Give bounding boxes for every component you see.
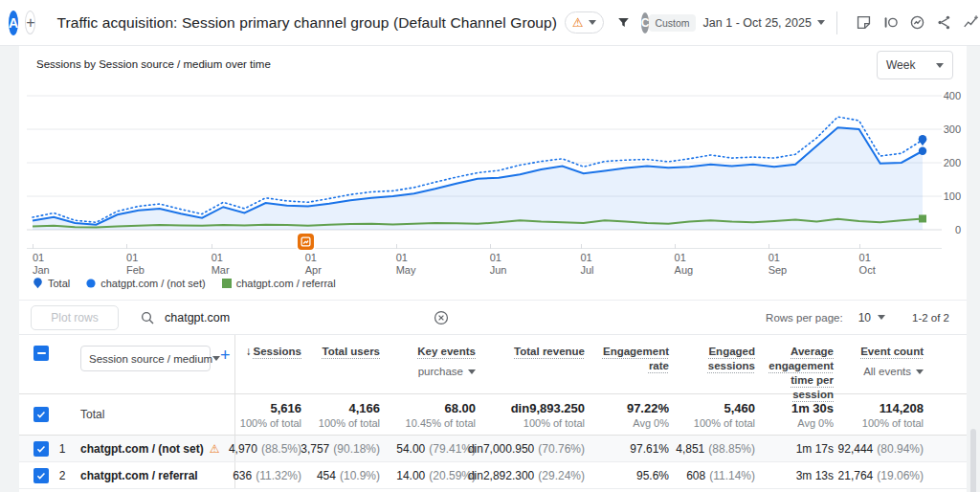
total-pin-icon (33, 278, 43, 289)
x-axis-tick-label: 01Jun (490, 252, 507, 277)
rows-per-page-value[interactable]: 10 (858, 311, 871, 324)
y-axis-tick-label: 300 (932, 123, 961, 135)
analytics-logo[interactable]: A (9, 11, 18, 35)
row-checkbox[interactable] (33, 441, 49, 457)
table-row[interactable]: 2chatgpt.com / referral636(11.32%)454(10… (19, 462, 967, 489)
metric-percent: (11.14%) (709, 469, 755, 482)
total-value: 4,166 (348, 401, 380, 415)
column-header-engaged-sessions[interactable]: Engaged sessions (672, 335, 758, 393)
x-axis-tick-label: 01Jul (581, 252, 594, 277)
total-subtext: Avg 0% (797, 417, 834, 429)
x-axis-tick-label: 01Sep (768, 252, 788, 277)
column-sub-selector[interactable]: purchase (418, 366, 476, 377)
select-all-checkbox[interactable] (33, 346, 49, 361)
column-sub-selector[interactable]: All events (863, 366, 924, 377)
column-header-total-revenue[interactable]: Total revenue (479, 335, 588, 393)
metric-value: 92,444 (838, 442, 874, 456)
series-end-marker (919, 214, 926, 222)
total-select-cell (19, 394, 56, 435)
sessions-line-chart[interactable]: 400300200100001Jan01Feb01Mar01Apr01May01… (19, 81, 967, 300)
column-header-engagement-rate[interactable]: Engagement rate (588, 335, 672, 393)
column-label: Key events (417, 345, 476, 359)
total-value: 5,616 (270, 401, 301, 415)
metric-percent: (29.24%) (538, 469, 585, 482)
add-report-button[interactable]: + (25, 11, 35, 34)
metric-cell: 4,851(88.85%) (672, 436, 758, 461)
x-axis-tick (33, 244, 33, 249)
chart-plot-area[interactable] (27, 84, 942, 249)
chart-title: Sessions by Session source / medium over… (36, 58, 271, 70)
left-gutter (0, 46, 19, 492)
share-icon[interactable] (933, 11, 956, 34)
total-subtext: 100% of total (862, 417, 924, 429)
row-index: 1 (56, 436, 69, 461)
search-input[interactable] (165, 311, 310, 324)
column-header-average-engagement-time-per-session[interactable]: Average engagement time per session (758, 335, 836, 393)
metric-value: din2,892.300 (468, 469, 534, 482)
row-select-cell (19, 462, 56, 488)
metric-percent: (80.94%) (877, 442, 924, 456)
clear-search-icon[interactable] (433, 309, 450, 326)
total-cell: 5,616100% of total (234, 394, 304, 435)
x-axis-tick-label: 01Jan (33, 252, 50, 277)
metric-value: 3m 13s (796, 469, 834, 482)
metric-value: 454 (317, 469, 336, 482)
column-header-key-events[interactable]: Key eventspurchase (383, 335, 479, 393)
column-header-total-users[interactable]: Total users (304, 335, 383, 393)
rows-per-page-label: Rows per page: (766, 312, 843, 324)
chart-legend: Totalchatgpt.com / (not set)chatgpt.com … (33, 278, 336, 289)
metrics-table: Session source / medium + ↓SessionsTotal… (19, 335, 967, 489)
add-dimension-button[interactable]: + (220, 346, 231, 366)
table-search[interactable] (140, 309, 450, 326)
pagination-range: 1-2 of 2 (912, 312, 949, 324)
header-right-cluster: Custom Jan 1 - Oct 25, 2025 (649, 11, 980, 34)
date-range-selector[interactable]: Jan 1 - Oct 25, 2025 (703, 16, 812, 30)
table-row[interactable]: 1chatgpt.com / (not set)⚠4,970(88.5%)3,7… (19, 436, 967, 462)
total-subtext: 100% of total (319, 417, 380, 429)
collaborator-avatar[interactable]: C (641, 12, 650, 34)
note-icon[interactable] (853, 11, 876, 34)
metric-cell: 95.6% (588, 462, 672, 488)
metric-cell: 454(10.9%) (304, 462, 383, 488)
legend-item[interactable]: Total (33, 278, 70, 289)
row-checkbox[interactable] (33, 468, 49, 483)
comparison-icon[interactable] (880, 11, 902, 34)
dimension-selector[interactable]: Session source / medium (80, 346, 211, 371)
metric-cell: 14.00(20.59%) (383, 462, 479, 488)
metric-cell: 54.00(79.41%) (383, 436, 479, 461)
insights-spark-icon[interactable] (960, 11, 980, 34)
legend-label: Total (48, 278, 70, 289)
legend-item[interactable]: chatgpt.com / (not set) (86, 278, 205, 289)
total-checkbox[interactable] (33, 407, 49, 422)
granularity-select[interactable]: Week (877, 51, 953, 79)
metric-value: 97.61% (630, 442, 669, 456)
metric-value: 21,764 (838, 469, 874, 482)
metric-percent: (88.5%) (261, 442, 301, 456)
row-dimension-cell: chatgpt.com / (not set)⚠ (69, 436, 234, 461)
insights-circle-icon[interactable] (906, 11, 929, 34)
granularity-value: Week (886, 58, 915, 72)
vertical-scrollbar[interactable] (970, 429, 976, 492)
plot-rows-button[interactable]: Plot rows (31, 305, 119, 330)
table-controls-row: Plot rows Rows per page: 10 1-2 of 2 (19, 301, 967, 335)
filter-icon[interactable] (615, 14, 632, 31)
page-title: Traffic acquisition: Session primary cha… (56, 14, 557, 32)
dimension-value: chatgpt.com / referral (80, 469, 198, 482)
metric-value: din7,000.950 (468, 442, 534, 456)
date-preset-badge: Custom (649, 14, 695, 32)
pagination-controls: Rows per page: 10 1-2 of 2 (766, 311, 967, 324)
x-axis-tick (212, 244, 212, 249)
row-dimension-cell: chatgpt.com / referral (69, 462, 234, 488)
total-subtext: 100% of total (694, 417, 755, 429)
column-header-event-count[interactable]: Event countAll events (836, 335, 926, 393)
column-label: Total revenue (514, 345, 585, 359)
legend-item[interactable]: chatgpt.com / referral (222, 278, 336, 289)
metric-cell: 636(11.32%) (234, 462, 304, 488)
data-quality-warning-button[interactable]: ⚠ (565, 11, 604, 34)
y-axis-tick-label: 200 (932, 157, 961, 168)
column-label: Engaged sessions (672, 345, 755, 373)
column-header-sessions[interactable]: ↓Sessions (234, 335, 304, 393)
annotation-icon[interactable] (298, 234, 314, 250)
report-card: Sessions by Session source / medium over… (19, 46, 967, 492)
chevron-down-icon[interactable] (878, 315, 885, 320)
